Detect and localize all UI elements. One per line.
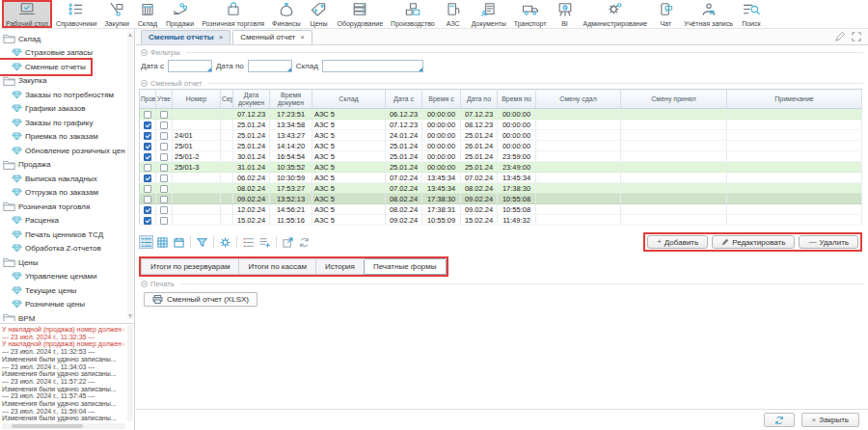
proveden-checkbox[interactable] <box>144 153 151 161</box>
table-row[interactable]: 07.12.23 17:23:51 АЗС 5 06.12.23 00:00:0… <box>140 109 862 120</box>
tree-item[interactable]: Закупка <box>0 74 134 89</box>
utverzhden-checkbox[interactable] <box>160 217 168 225</box>
proveden-checkbox[interactable] <box>144 143 151 150</box>
toolbar-item-bi[interactable]: BI <box>551 0 580 28</box>
toolbar-item-chat[interactable]: Чат <box>651 0 680 28</box>
utverzhden-checkbox[interactable] <box>160 153 168 161</box>
toolbar-item-administration[interactable]: Администрирование <box>580 0 652 28</box>
utverzhden-checkbox[interactable] <box>160 175 168 182</box>
collapse-toggle-icon[interactable] <box>141 281 148 287</box>
toolbar-item-gas-station[interactable]: АЗС <box>439 0 468 28</box>
tree-item[interactable]: Страховые запасы <box>0 46 134 61</box>
col-number[interactable]: Номер <box>173 90 221 109</box>
toolbar-item-desktop[interactable]: Рабочий стол <box>2 0 52 28</box>
toolbar-item-warehouse[interactable]: Склад <box>133 0 162 28</box>
tree-item[interactable]: BPM <box>0 311 134 321</box>
proveden-checkbox[interactable] <box>144 121 151 129</box>
col-series[interactable]: Сери <box>221 90 233 109</box>
print-report-button[interactable]: Сменный отчет (XLSX) <box>144 292 258 307</box>
collapse-toggle-icon[interactable] <box>141 80 148 87</box>
tree-item[interactable]: Склад <box>0 32 134 46</box>
col-shift-gave[interactable]: Смену сдал <box>536 90 621 109</box>
subtab[interactable]: Итоги по кассам <box>238 258 314 275</box>
tree-item[interactable]: Заказы по графику <box>0 116 134 130</box>
edit-pencil-icon[interactable] <box>835 32 845 41</box>
tree-item[interactable]: Обработка Z-отчетов <box>0 242 134 256</box>
col-warehouse[interactable]: Склад <box>312 90 386 109</box>
filter-icon[interactable] <box>195 235 209 249</box>
tree-item[interactable]: Заказы по потребностям <box>0 88 134 102</box>
toolbar-item-retail[interactable]: Розничная торговля <box>198 0 268 28</box>
table-row[interactable]: 08.02.24 17:53:27 АЗС 5 07.02.24 13:45:3… <box>140 183 862 194</box>
log-horizontal-scrollbar[interactable] <box>2 423 125 429</box>
table-row[interactable]: 12.02.24 14:56:21 АЗС 5 08.02.24 17:38:3… <box>140 204 862 215</box>
col-date-from[interactable]: Дата с <box>386 90 422 109</box>
tree-item[interactable]: Управление ценами <box>0 270 134 284</box>
table-row[interactable]: 25/01-3 31.01.24 10:35:52 АЗС 5 25.01.24… <box>140 162 862 173</box>
view-grid-icon[interactable] <box>155 235 170 249</box>
proveden-checkbox[interactable] <box>144 111 151 119</box>
col-time-to[interactable]: Время по <box>498 90 536 109</box>
col-utverzhden[interactable]: Утве <box>156 90 173 109</box>
proveden-checkbox[interactable] <box>144 185 151 193</box>
toolbar-item-equipment[interactable]: Оборудование <box>333 0 387 28</box>
subtab[interactable]: История <box>315 258 364 275</box>
tree-item[interactable]: Текущие цены <box>0 283 134 298</box>
proveden-checkbox[interactable] <box>144 196 151 203</box>
subtab[interactable]: Печатные формы <box>364 258 447 275</box>
col-note[interactable]: Примечание <box>727 90 862 109</box>
utverzhden-checkbox[interactable] <box>160 121 168 129</box>
toolbar-item-purchases[interactable]: Закупки <box>100 0 133 28</box>
toolbar-item-transport[interactable]: Транспорт <box>510 0 551 28</box>
date-to-input[interactable] <box>249 61 291 71</box>
table-row[interactable]: 25/01-2 30.01.24 16:54:54 АЗС 5 25.01.24… <box>140 151 862 162</box>
utverzhden-checkbox[interactable] <box>160 143 168 150</box>
add-button[interactable]: +Добавить <box>647 235 708 249</box>
utverzhden-checkbox[interactable] <box>160 185 168 193</box>
table-row[interactable]: 25.01.24 13:34:58 АЗС 5 07.12.23 00:00:0… <box>140 120 862 130</box>
table-row[interactable]: 06.02.24 10:30:59 АЗС 5 07.02.24 13:45:3… <box>140 173 862 183</box>
toolbar-item-account[interactable]: Учётная запись <box>680 0 737 28</box>
subtab[interactable]: Итоги по резервуарам <box>141 258 238 275</box>
tab-close-icon[interactable]: × <box>219 33 224 41</box>
refresh-button[interactable] <box>764 413 795 427</box>
tree-item[interactable]: Цены <box>0 255 134 270</box>
toolbar-item-documents[interactable]: Документы <box>468 0 510 28</box>
col-proveden[interactable]: Пров <box>140 90 156 109</box>
tree-item[interactable]: Сменные отчеты <box>0 60 91 74</box>
tree-item[interactable]: Выписка накладных <box>0 172 134 186</box>
close-button[interactable]: × Закрыть <box>801 413 859 427</box>
table-row[interactable]: 15.02.24 11:55:16 АЗС 5 09.02.24 10:55:0… <box>140 215 862 226</box>
toolbar-item-production[interactable]: Производство <box>387 0 439 28</box>
table-row[interactable]: 25/01 25.01.24 14:14:20 АЗС 5 25.01.24 0… <box>140 141 862 151</box>
table-row[interactable]: 24/01 25.01.24 13:43:27 АЗС 5 24.01.24 0… <box>140 130 862 141</box>
tree-item[interactable]: Отгрузка по заказам <box>0 186 134 201</box>
toolbar-item-prices[interactable]: Цены <box>304 0 333 28</box>
toolbar-item-sales[interactable]: Продажи <box>162 0 198 28</box>
tree-item[interactable]: Приемка по заказам <box>0 130 134 145</box>
utverzhden-checkbox[interactable] <box>160 111 168 119</box>
tree-item[interactable]: Продажа <box>0 158 134 173</box>
add-list-icon[interactable] <box>258 235 272 249</box>
collapse-toggle-icon[interactable] <box>141 49 148 56</box>
toolbar-item-search[interactable]: Поиск <box>737 0 766 28</box>
col-date-to[interactable]: Дата по <box>461 90 498 109</box>
col-time-from[interactable]: Время с <box>422 90 461 109</box>
utverzhden-checkbox[interactable] <box>160 132 168 140</box>
toolbar-item-directories[interactable]: Справочники <box>52 0 100 28</box>
proveden-checkbox[interactable] <box>144 164 151 172</box>
utverzhden-checkbox[interactable] <box>160 196 168 203</box>
proveden-checkbox[interactable] <box>144 132 151 140</box>
tree-item[interactable]: Графики заказов <box>0 102 134 117</box>
view-calendar-icon[interactable] <box>172 235 186 249</box>
date-from-input[interactable] <box>169 61 211 71</box>
tree-item[interactable]: Расценка <box>0 214 134 228</box>
warehouse-input[interactable] <box>323 61 422 71</box>
edit-button[interactable]: Редактировать <box>712 235 795 249</box>
delete-button[interactable]: —Удалить <box>799 235 858 249</box>
tab-shift-reports[interactable]: Сменные отчеты × <box>141 30 231 44</box>
col-shift-took[interactable]: Смену принял <box>621 90 727 109</box>
proveden-checkbox[interactable] <box>144 206 151 214</box>
utverzhden-checkbox[interactable] <box>160 164 168 172</box>
expand-icon[interactable] <box>852 32 861 41</box>
